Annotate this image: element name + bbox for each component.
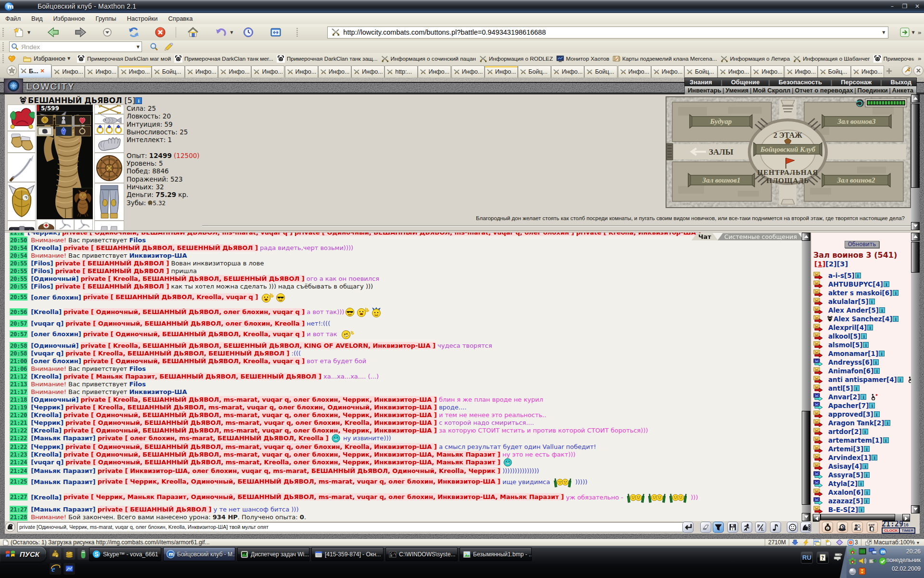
player-info-icon[interactable]: i (867, 325, 873, 330)
tray-display-icon[interactable] (859, 548, 866, 555)
start-button[interactable]: ПУСК (0, 547, 46, 562)
map-room-warriors2[interactable]: Зал воинов2 (822, 173, 890, 187)
active-item-3[interactable] (74, 115, 93, 126)
player-name[interactable]: AHTUBUPYC (828, 280, 873, 288)
bag-button[interactable]: i (822, 522, 833, 533)
favorite-item[interactable]: Примерочная DarkClan танк мег... (174, 55, 273, 63)
player-name[interactable]: a-i-s (828, 272, 844, 279)
player-name[interactable]: Animafon (828, 367, 863, 375)
sidebar-scroll-up[interactable] (911, 233, 920, 241)
chat-sender[interactable]: [Маньяк Паразит] (31, 506, 95, 513)
chat-sender[interactable]: [Маньяк Паразит] (31, 478, 95, 485)
favbar-overflow-chevron[interactable]: » (918, 55, 920, 62)
browser-tab-12[interactable]: http:... (385, 66, 418, 78)
task-2[interactable]: mБойцовский клуб - М... (163, 547, 235, 561)
room-page-2[interactable]: [2] (825, 260, 836, 268)
player-name[interactable]: Asisay (828, 462, 852, 470)
close-button[interactable]: ✕ (911, 3, 923, 10)
favorites-folder-icon[interactable] (23, 55, 31, 62)
player-info-icon[interactable]: i (859, 507, 864, 512)
map-room-warriors3[interactable]: Зал воинов3 (822, 115, 891, 128)
favorite-item[interactable]: Примерочная DarkClan маг мой (77, 55, 171, 63)
player-name[interactable]: Assyra (828, 471, 853, 479)
browser-tab-6[interactable]: Инфо... (185, 66, 218, 78)
save-button[interactable]: ! (727, 522, 738, 533)
player-name[interactable]: Apacher (828, 402, 859, 409)
menu-Избранное[interactable]: Избранное (48, 13, 90, 22)
player-info-icon[interactable]: i (863, 342, 869, 348)
player-name[interactable]: anti antispamer (828, 376, 886, 383)
tray-share-icon[interactable] (869, 557, 876, 565)
pet-owl-image[interactable] (73, 188, 93, 219)
browser-tab-24[interactable]: Инфо... (784, 66, 818, 78)
search-engine-icon[interactable] (11, 43, 19, 51)
browser-tab-2[interactable]: Инфо... (51, 66, 85, 78)
addressbar-grip[interactable] (296, 27, 298, 37)
chat-sender[interactable]: [Filos] (31, 267, 53, 275)
player-name[interactable]: B-E-S (828, 506, 847, 513)
back-button[interactable] (47, 26, 60, 38)
slot-shield[interactable] (94, 153, 124, 183)
player-info-icon[interactable]: i (885, 420, 890, 426)
player-info-icon[interactable]: i (874, 411, 880, 417)
toolbar-grip[interactable] (2, 27, 4, 37)
chat-sender[interactable]: [vuqar q] (31, 350, 64, 357)
search-go-icon[interactable] (150, 42, 158, 51)
player-name[interactable]: Amonamar (828, 350, 868, 357)
player-info-icon[interactable]: i (864, 472, 870, 478)
tray-maxthon-icon[interactable]: m (879, 548, 886, 555)
chat-sender[interactable]: [vuqar q] (31, 320, 64, 327)
status-zoom[interactable]: Масштаб:100% (874, 539, 915, 546)
minimize-button[interactable]: – (886, 3, 898, 10)
player-info-icon[interactable]: i (872, 455, 877, 460)
chat-sender[interactable]: [олег блохин] (31, 330, 81, 338)
nav-Персонаж[interactable]: Персонаж (841, 79, 872, 86)
tab-close-button[interactable] (913, 66, 924, 76)
zoom-dropdown-icon[interactable]: ▾ (915, 540, 921, 545)
slot-boots2[interactable] (94, 221, 124, 230)
player-name[interactable]: Artemi (828, 445, 853, 453)
quicklaunch-informer1-icon[interactable] (50, 548, 61, 560)
favorite-item[interactable]: Информация о Летира (720, 55, 790, 62)
attack-arrow-red-icon[interactable] (813, 376, 825, 383)
favorites-heart-icon[interactable] (8, 55, 16, 63)
clock-label[interactable]: CLOCK (883, 528, 900, 533)
favorite-item[interactable]: Карты подземелий клана Mercena... (613, 55, 717, 62)
undo-button[interactable] (215, 26, 227, 38)
slot-weapon[interactable] (7, 153, 36, 182)
smile-button[interactable] (787, 522, 798, 533)
player-info-icon[interactable]: i (874, 368, 880, 374)
player-info-icon[interactable]: i (869, 299, 875, 304)
location-map[interactable]: ЗАЛЫ 2 ЭТАЖ Бойцовский Клуб ЦЕНТРАЛЬНАЯ … (666, 96, 911, 208)
player-info-icon[interactable]: i (864, 446, 870, 452)
chat-sender[interactable]: [Kreolla] (31, 373, 62, 380)
player-name[interactable]: Aragon Tank (828, 419, 874, 427)
map-refresh-icon[interactable] (856, 99, 864, 107)
attack-arrow-red-icon[interactable] (813, 436, 825, 444)
player-info-icon[interactable]: i (862, 463, 868, 469)
chat-sender[interactable]: Filos (129, 381, 145, 388)
menu-Группы[interactable]: Группы (90, 13, 121, 22)
slot-pants[interactable] (94, 183, 124, 221)
eraser-button[interactable] (700, 522, 711, 533)
nav-Отчет о переводах[interactable]: Отчет о переводах (795, 87, 853, 94)
collector-icon[interactable] (825, 539, 832, 546)
browser-tab-7[interactable]: Инфо... (218, 66, 251, 78)
attack-arrow-red-icon[interactable] (813, 428, 825, 435)
player-info-icon[interactable]: i (879, 351, 885, 356)
help-tray-button[interactable]: ? (817, 552, 829, 564)
attack-arrow-red-icon[interactable] (813, 298, 825, 305)
nav-Поединки[interactable]: Поединки (858, 87, 888, 94)
player-info-icon[interactable]: i (858, 481, 864, 486)
task-5[interactable]: C:\C:\WINDOWS\syste... (385, 547, 458, 561)
quicklaunch-ie-icon[interactable]: e (50, 563, 61, 575)
favorite-item[interactable]: Информация о сочинский пацан (381, 55, 476, 62)
attack-arrow-red-icon[interactable] (813, 341, 825, 349)
attack-arrow-red-icon[interactable] (813, 315, 825, 323)
player-name[interactable]: akulalar (828, 298, 858, 305)
new-page-button[interactable] (13, 26, 25, 38)
attack-arrow-red-icon[interactable] (813, 350, 825, 357)
favorite-item[interactable]: Информация о RODLEZ (479, 55, 553, 62)
player-info-icon[interactable]: i (869, 403, 875, 408)
player-info-icon[interactable]: i (855, 273, 861, 278)
